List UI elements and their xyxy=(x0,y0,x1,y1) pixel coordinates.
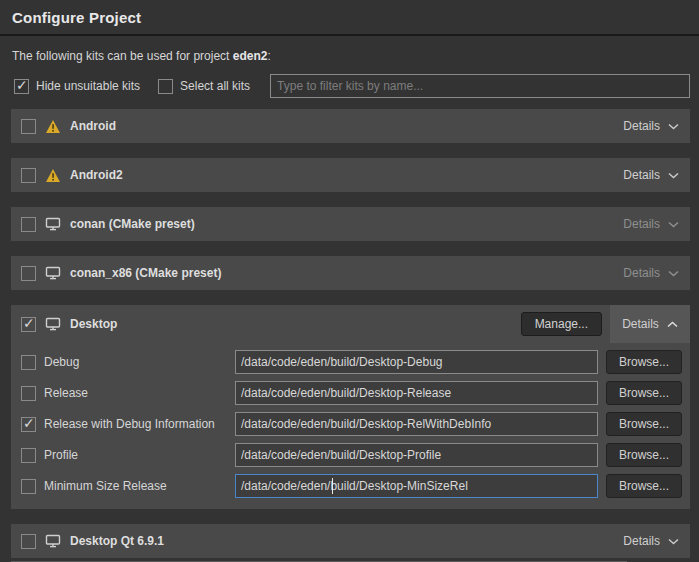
monitor-icon xyxy=(45,217,61,231)
details-label: Details xyxy=(623,168,660,182)
kit-checkbox[interactable] xyxy=(21,217,36,232)
project-name: eden2 xyxy=(233,49,268,63)
monitor-icon xyxy=(45,266,61,280)
select-all-label[interactable]: Select all kits xyxy=(180,79,250,93)
hide-unsuitable-label[interactable]: Hide unsuitable kits xyxy=(36,79,140,93)
build-dir-input[interactable] xyxy=(235,474,598,498)
build-config-checkbox[interactable] xyxy=(21,355,36,370)
kit-list: Android Details Android2 Details conan (… xyxy=(11,109,690,558)
kit-name: Android xyxy=(70,119,116,133)
chevron-up-icon xyxy=(667,317,678,331)
kit-panel-desktop: Desktop Manage... Details Debug Browse..… xyxy=(11,305,690,509)
details-toggle[interactable]: Details xyxy=(610,305,690,343)
build-config-label[interactable]: Release with Debug Information xyxy=(44,417,215,431)
build-dir-input[interactable] xyxy=(235,443,598,467)
kit-name: Desktop xyxy=(70,317,117,331)
warning-icon xyxy=(45,119,61,134)
chevron-down-icon xyxy=(668,266,679,280)
details-label: Details xyxy=(623,217,660,231)
details-toggle[interactable]: Details xyxy=(612,109,690,143)
kit-row-desktop: Desktop Manage... Details xyxy=(11,305,690,343)
build-config-checkbox[interactable] xyxy=(21,386,36,401)
details-toggle[interactable]: Details xyxy=(612,524,690,558)
build-config-label[interactable]: Debug xyxy=(44,355,79,369)
build-config-row: Minimum Size Release Browse... xyxy=(21,474,682,498)
build-config-checkbox[interactable] xyxy=(21,479,36,494)
kit-row-desktop-qt: Desktop Qt 6.9.1 Details xyxy=(11,524,690,558)
page-title: Configure Project xyxy=(12,9,687,26)
chevron-down-icon xyxy=(668,217,679,231)
filter-toolbar: Hide unsuitable kits Select all kits xyxy=(14,74,690,98)
browse-button[interactable]: Browse... xyxy=(606,443,682,467)
build-dir-input[interactable] xyxy=(235,412,598,436)
build-config-checkbox[interactable] xyxy=(21,417,36,432)
monitor-icon xyxy=(45,317,61,331)
build-config-row: Release Browse... xyxy=(21,381,682,405)
hide-unsuitable-checkbox[interactable] xyxy=(14,79,29,94)
details-label: Details xyxy=(623,266,660,280)
build-config-label[interactable]: Minimum Size Release xyxy=(44,479,167,493)
kit-checkbox[interactable] xyxy=(21,119,36,134)
details-label: Details xyxy=(622,317,659,331)
kit-row-android2: Android2 Details xyxy=(11,158,690,192)
build-config-label[interactable]: Release xyxy=(44,386,88,400)
details-label: Details xyxy=(623,119,660,133)
browse-button[interactable]: Browse... xyxy=(606,412,682,436)
kit-name: Desktop Qt 6.9.1 xyxy=(70,534,164,548)
warning-icon xyxy=(45,168,61,183)
build-config-label[interactable]: Profile xyxy=(44,448,78,462)
build-config-checkbox[interactable] xyxy=(21,448,36,463)
window-header: Configure Project xyxy=(0,0,699,36)
build-dir-input[interactable] xyxy=(235,381,598,405)
build-config-row: Debug Browse... xyxy=(21,350,682,374)
text-caret xyxy=(332,478,333,494)
details-toggle: Details xyxy=(612,256,690,290)
details-label: Details xyxy=(623,534,660,548)
kit-checkbox[interactable] xyxy=(21,317,36,332)
chevron-down-icon xyxy=(668,119,679,133)
kit-checkbox[interactable] xyxy=(21,168,36,183)
kit-name: conan (CMake preset) xyxy=(70,217,195,231)
kit-row-android: Android Details xyxy=(11,109,690,143)
kit-filter-input[interactable] xyxy=(270,74,690,98)
monitor-icon xyxy=(45,534,61,548)
details-toggle: Details xyxy=(612,207,690,241)
kit-checkbox[interactable] xyxy=(21,266,36,281)
select-all-checkbox[interactable] xyxy=(158,79,173,94)
chevron-down-icon xyxy=(668,168,679,182)
browse-button[interactable]: Browse... xyxy=(606,381,682,405)
kits-intro-text: The following kits can be used for proje… xyxy=(12,49,687,63)
browse-button[interactable]: Browse... xyxy=(606,474,682,498)
chevron-down-icon xyxy=(668,534,679,548)
build-config-row: Profile Browse... xyxy=(21,443,682,467)
kit-name: conan_x86 (CMake preset) xyxy=(70,266,221,280)
details-toggle[interactable]: Details xyxy=(612,158,690,192)
build-dir-input[interactable] xyxy=(235,350,598,374)
select-all-group: Select all kits xyxy=(158,79,250,94)
kit-name: Android2 xyxy=(70,168,123,182)
kit-checkbox[interactable] xyxy=(21,534,36,549)
build-config-row: Release with Debug Information Browse... xyxy=(21,412,682,436)
manage-button[interactable]: Manage... xyxy=(521,312,602,336)
hide-unsuitable-group: Hide unsuitable kits xyxy=(14,79,140,94)
kit-row-conan: conan (CMake preset) Details xyxy=(11,207,690,241)
browse-button[interactable]: Browse... xyxy=(606,350,682,374)
kit-row-conan-x86: conan_x86 (CMake preset) Details xyxy=(11,256,690,290)
